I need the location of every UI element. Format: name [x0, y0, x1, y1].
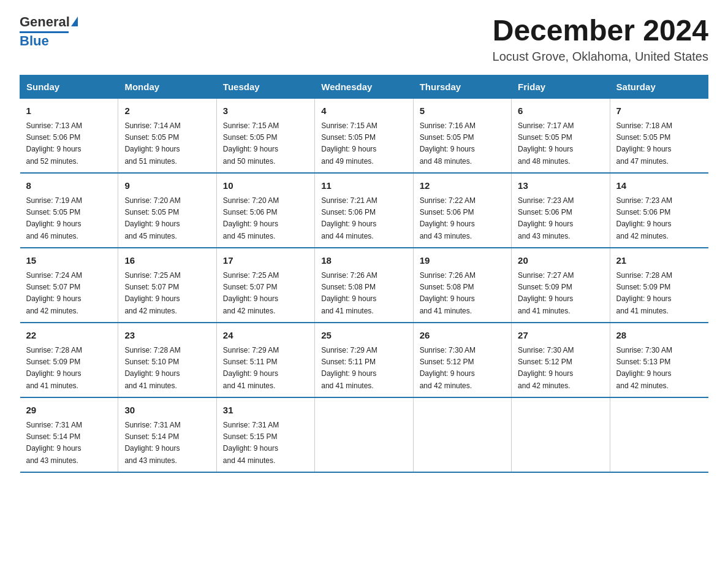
calendar-day-cell: 30Sunrise: 7:31 AMSunset: 5:14 PMDayligh… [118, 397, 216, 472]
calendar-week-row: 29Sunrise: 7:31 AMSunset: 5:14 PMDayligh… [20, 397, 708, 472]
col-header-tuesday: Tuesday [216, 75, 314, 98]
day-info: Sunrise: 7:21 AMSunset: 5:06 PMDaylight:… [321, 195, 406, 242]
day-number: 9 [124, 178, 210, 193]
day-number: 27 [518, 328, 603, 342]
calendar-day-cell: 15Sunrise: 7:24 AMSunset: 5:07 PMDayligh… [20, 248, 118, 323]
calendar-day-cell: 27Sunrise: 7:30 AMSunset: 5:12 PMDayligh… [512, 323, 610, 397]
day-info: Sunrise: 7:25 AMSunset: 5:07 PMDaylight:… [124, 270, 210, 317]
day-info: Sunrise: 7:16 AMSunset: 5:05 PMDaylight:… [420, 120, 505, 167]
logo-blue: Blue [20, 33, 49, 48]
calendar-week-row: 8Sunrise: 7:19 AMSunset: 5:05 PMDaylight… [20, 173, 708, 248]
day-number: 21 [616, 253, 702, 267]
day-info: Sunrise: 7:22 AMSunset: 5:06 PMDaylight:… [420, 195, 505, 242]
calendar-day-cell [315, 397, 413, 472]
day-number: 14 [616, 178, 702, 193]
day-number: 26 [420, 328, 505, 342]
day-info: Sunrise: 7:23 AMSunset: 5:06 PMDaylight:… [616, 195, 702, 242]
calendar-day-cell: 28Sunrise: 7:30 AMSunset: 5:13 PMDayligh… [610, 323, 708, 397]
calendar-day-cell: 9Sunrise: 7:20 AMSunset: 5:05 PMDaylight… [118, 173, 216, 248]
day-number: 30 [124, 403, 210, 417]
day-number: 22 [26, 328, 112, 342]
location-subtitle: Locust Grove, Oklahoma, United States [493, 50, 708, 64]
day-number: 12 [420, 178, 505, 193]
col-header-thursday: Thursday [413, 75, 511, 98]
day-info: Sunrise: 7:29 AMSunset: 5:11 PMDaylight:… [321, 345, 406, 392]
day-info: Sunrise: 7:30 AMSunset: 5:12 PMDaylight:… [518, 345, 603, 392]
day-info: Sunrise: 7:23 AMSunset: 5:06 PMDaylight:… [518, 195, 603, 242]
day-number: 23 [124, 328, 210, 342]
col-header-wednesday: Wednesday [315, 75, 413, 98]
calendar-day-cell: 11Sunrise: 7:21 AMSunset: 5:06 PMDayligh… [315, 173, 413, 248]
calendar-day-cell: 8Sunrise: 7:19 AMSunset: 5:05 PMDaylight… [20, 173, 118, 248]
calendar-week-row: 15Sunrise: 7:24 AMSunset: 5:07 PMDayligh… [20, 248, 708, 323]
day-info: Sunrise: 7:28 AMSunset: 5:10 PMDaylight:… [124, 345, 210, 392]
day-info: Sunrise: 7:31 AMSunset: 5:15 PMDaylight:… [223, 419, 308, 467]
calendar-day-cell [413, 397, 511, 472]
day-number: 13 [518, 178, 603, 193]
day-number: 7 [616, 104, 702, 118]
day-number: 5 [420, 104, 505, 118]
day-number: 19 [420, 253, 505, 267]
calendar-day-cell: 3Sunrise: 7:15 AMSunset: 5:05 PMDaylight… [216, 98, 314, 173]
day-info: Sunrise: 7:14 AMSunset: 5:05 PMDaylight:… [124, 120, 210, 167]
day-info: Sunrise: 7:28 AMSunset: 5:09 PMDaylight:… [26, 345, 112, 392]
calendar-day-cell: 12Sunrise: 7:22 AMSunset: 5:06 PMDayligh… [413, 173, 511, 248]
day-number: 24 [223, 328, 308, 342]
col-header-saturday: Saturday [610, 75, 708, 98]
day-info: Sunrise: 7:29 AMSunset: 5:11 PMDaylight:… [223, 345, 308, 392]
page-header: General Blue December 2024 Locust Grove,… [20, 15, 708, 64]
calendar-day-cell: 24Sunrise: 7:29 AMSunset: 5:11 PMDayligh… [216, 323, 314, 397]
day-number: 16 [124, 253, 210, 267]
day-info: Sunrise: 7:19 AMSunset: 5:05 PMDaylight:… [26, 195, 112, 242]
calendar-day-cell: 10Sunrise: 7:20 AMSunset: 5:06 PMDayligh… [216, 173, 314, 248]
calendar-day-cell: 1Sunrise: 7:13 AMSunset: 5:06 PMDaylight… [20, 98, 118, 173]
calendar-day-cell: 22Sunrise: 7:28 AMSunset: 5:09 PMDayligh… [20, 323, 118, 397]
calendar-week-row: 1Sunrise: 7:13 AMSunset: 5:06 PMDaylight… [20, 98, 708, 173]
day-info: Sunrise: 7:17 AMSunset: 5:05 PMDaylight:… [518, 120, 603, 167]
day-info: Sunrise: 7:24 AMSunset: 5:07 PMDaylight:… [26, 270, 112, 317]
day-number: 3 [223, 104, 308, 118]
calendar-day-cell: 4Sunrise: 7:15 AMSunset: 5:05 PMDaylight… [315, 98, 413, 173]
calendar-week-row: 22Sunrise: 7:28 AMSunset: 5:09 PMDayligh… [20, 323, 708, 397]
calendar-day-cell: 25Sunrise: 7:29 AMSunset: 5:11 PMDayligh… [315, 323, 413, 397]
calendar-day-cell [512, 397, 610, 472]
calendar-day-cell: 20Sunrise: 7:27 AMSunset: 5:09 PMDayligh… [512, 248, 610, 323]
calendar-day-cell: 13Sunrise: 7:23 AMSunset: 5:06 PMDayligh… [512, 173, 610, 248]
day-number: 20 [518, 253, 603, 267]
day-number: 8 [26, 178, 112, 193]
calendar-table: SundayMondayTuesdayWednesdayThursdayFrid… [20, 75, 708, 473]
day-number: 28 [616, 328, 702, 342]
col-header-monday: Monday [118, 75, 216, 98]
calendar-day-cell: 19Sunrise: 7:26 AMSunset: 5:08 PMDayligh… [413, 248, 511, 323]
day-number: 17 [223, 253, 308, 267]
logo-triangle-icon [71, 17, 78, 26]
calendar-day-cell: 17Sunrise: 7:25 AMSunset: 5:07 PMDayligh… [216, 248, 314, 323]
day-number: 29 [26, 403, 112, 417]
calendar-day-cell: 16Sunrise: 7:25 AMSunset: 5:07 PMDayligh… [118, 248, 216, 323]
day-info: Sunrise: 7:20 AMSunset: 5:06 PMDaylight:… [223, 195, 308, 242]
col-header-sunday: Sunday [20, 75, 118, 98]
calendar-header-row: SundayMondayTuesdayWednesdayThursdayFrid… [20, 75, 708, 98]
day-info: Sunrise: 7:15 AMSunset: 5:05 PMDaylight:… [321, 120, 406, 167]
calendar-day-cell: 29Sunrise: 7:31 AMSunset: 5:14 PMDayligh… [20, 397, 118, 472]
calendar-day-cell: 26Sunrise: 7:30 AMSunset: 5:12 PMDayligh… [413, 323, 511, 397]
day-info: Sunrise: 7:30 AMSunset: 5:12 PMDaylight:… [420, 345, 505, 392]
day-info: Sunrise: 7:26 AMSunset: 5:08 PMDaylight:… [420, 270, 505, 317]
day-info: Sunrise: 7:27 AMSunset: 5:09 PMDaylight:… [518, 270, 603, 317]
calendar-day-cell: 21Sunrise: 7:28 AMSunset: 5:09 PMDayligh… [610, 248, 708, 323]
day-number: 18 [321, 253, 406, 267]
calendar-day-cell: 7Sunrise: 7:18 AMSunset: 5:05 PMDaylight… [610, 98, 708, 173]
day-number: 31 [223, 403, 308, 417]
day-number: 25 [321, 328, 406, 342]
day-number: 4 [321, 104, 406, 118]
calendar-day-cell: 6Sunrise: 7:17 AMSunset: 5:05 PMDaylight… [512, 98, 610, 173]
day-info: Sunrise: 7:25 AMSunset: 5:07 PMDaylight:… [223, 270, 308, 317]
calendar-day-cell: 14Sunrise: 7:23 AMSunset: 5:06 PMDayligh… [610, 173, 708, 248]
day-info: Sunrise: 7:18 AMSunset: 5:05 PMDaylight:… [616, 120, 702, 167]
calendar-day-cell: 23Sunrise: 7:28 AMSunset: 5:10 PMDayligh… [118, 323, 216, 397]
col-header-friday: Friday [512, 75, 610, 98]
day-number: 6 [518, 104, 603, 118]
day-info: Sunrise: 7:15 AMSunset: 5:05 PMDaylight:… [223, 120, 308, 167]
day-number: 2 [124, 104, 210, 118]
day-number: 1 [26, 104, 112, 118]
